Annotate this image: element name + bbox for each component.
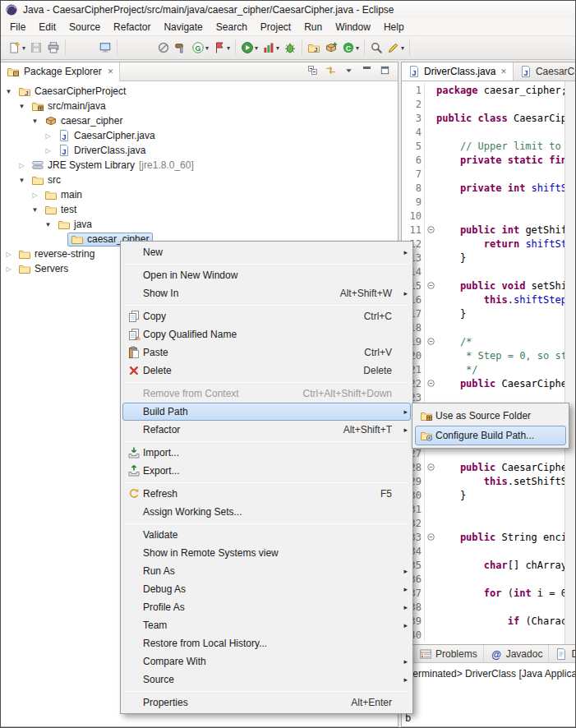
menu-item-build-path[interactable]: Build Path▸ [122, 403, 411, 421]
remote-systems-button[interactable] [97, 39, 113, 56]
svg-text:C: C [346, 44, 352, 53]
menu-item-show-in[interactable]: Show InAlt+Shift+W▸ [122, 284, 411, 302]
menu-item-copy-qualified-name[interactable]: abCopy Qualified Name [122, 325, 411, 343]
menubar-item-window[interactable]: Window [329, 20, 377, 35]
collapsed-arrow-icon[interactable]: ▷ [29, 191, 41, 199]
bottom-tab-javadoc[interactable]: @Javadoc [484, 645, 550, 663]
collapse-all-button[interactable] [306, 64, 321, 79]
menu-item-debug-as[interactable]: Debug As▸ [122, 580, 411, 598]
collapsed-arrow-icon[interactable]: ▷ [42, 132, 54, 140]
close-icon[interactable]: ✕ [500, 67, 507, 76]
link-with-editor-button[interactable] [325, 64, 339, 79]
tree-item-caesarcipher-java[interactable]: ▷JCaesarCipher.java [1, 128, 398, 143]
editor-tab-driverclass-java[interactable]: JDriverClass.java✕ [402, 62, 514, 81]
annotations-button[interactable]: ▾ [385, 39, 406, 56]
close-icon[interactable]: ✕ [108, 67, 114, 76]
editor-tab-caesarcipher-java[interactable]: JCaesarCipher.java [514, 62, 575, 81]
menubar-item-source[interactable]: Source [62, 20, 107, 35]
tree-item-main[interactable]: ▷main [1, 187, 398, 202]
tree-item-label: src/main/java [48, 100, 107, 112]
fold-marker-icon[interactable] [424, 376, 436, 390]
search-button[interactable] [368, 39, 385, 56]
menu-item-export[interactable]: Export... [122, 462, 411, 480]
code-line: 35 char[] chArray [402, 558, 564, 572]
new-java-project-button[interactable]: J [306, 39, 322, 56]
build-all-button[interactable] [173, 39, 189, 56]
tree-item-driverclass-java[interactable]: ▷JDriverClass.java [1, 143, 398, 158]
expanded-arrow-icon[interactable]: ▼ [16, 103, 28, 110]
submenu-item-use-as-source-folder[interactable]: Use as Source Folder [415, 406, 566, 426]
menubar-item-help[interactable]: Help [377, 20, 411, 35]
fold-ruler [424, 125, 436, 139]
menu-item-properties[interactable]: PropertiesAlt+Enter [122, 693, 411, 712]
profile-button[interactable]: ▾ [211, 39, 232, 56]
new-wizard-button[interactable]: ▾ [7, 39, 27, 56]
overview-ruler[interactable] [564, 81, 575, 644]
debug-button[interactable] [282, 39, 298, 56]
expanded-arrow-icon[interactable]: ▼ [2, 88, 15, 95]
menu-item-run-as[interactable]: Run As▸ [122, 562, 411, 580]
menu-item-validate[interactable]: Validate [122, 526, 411, 544]
bottom-tab-declaration[interactable]: Declaration [549, 645, 575, 663]
menu-item-refresh[interactable]: RefreshF5 [122, 485, 411, 503]
tree-item-test[interactable]: ▼test [1, 202, 398, 217]
tree-item-java[interactable]: ▼java [1, 217, 398, 232]
menu-item-new[interactable]: New▸ [122, 243, 411, 261]
tree-item-jre-system-library[interactable]: ▷JRE System Library [jre1.8.0_60] [1, 158, 398, 173]
menu-item-show-in-remote-systems-view[interactable]: Show in Remote Systems view [122, 544, 411, 562]
save-button[interactable] [28, 39, 44, 56]
menu-item-team[interactable]: Team▸ [122, 616, 411, 634]
expanded-arrow-icon[interactable]: ▼ [16, 177, 28, 184]
maximize-button[interactable] [379, 64, 394, 79]
fold-marker-icon[interactable] [424, 530, 436, 544]
remote-systems-icon [99, 41, 112, 54]
tree-item-src[interactable]: ▼src [1, 173, 398, 187]
fold-marker-icon[interactable] [424, 279, 436, 293]
menu-item-profile-as[interactable]: Profile As▸ [122, 598, 411, 616]
menu-item-compare-with[interactable]: Compare With▸ [122, 652, 411, 670]
skip-breakpoints-button[interactable] [155, 39, 172, 56]
expanded-arrow-icon[interactable]: ▼ [29, 117, 41, 125]
menubar-item-file[interactable]: File [3, 20, 32, 35]
collapsed-arrow-icon[interactable]: ▷ [2, 251, 15, 258]
menubar-item-refactor[interactable]: Refactor [107, 20, 157, 35]
tree-item-src-main-java[interactable]: ▼src/main/java [1, 99, 398, 113]
external-tools-button[interactable]: G▾ [190, 39, 210, 56]
collapsed-arrow-icon[interactable]: ▷ [2, 265, 15, 273]
menubar-item-search[interactable]: Search [210, 20, 254, 35]
collapsed-arrow-icon[interactable]: ▷ [16, 162, 28, 169]
code-editor[interactable]: 1package caesar_cipher;23public class Ca… [402, 81, 575, 644]
menubar-item-project[interactable]: Project [254, 20, 297, 35]
run-button[interactable]: ▾ [239, 39, 260, 56]
menu-item-assign-working-sets[interactable]: Assign Working Sets... [122, 503, 411, 521]
tree-item-caesar-cipher[interactable]: ▼caesar_cipher [1, 113, 398, 128]
collapsed-arrow-icon[interactable]: ▷ [42, 147, 54, 154]
menu-item-source[interactable]: Source▸ [122, 670, 411, 689]
new-package-button[interactable] [323, 39, 339, 56]
menu-item-import[interactable]: Import... [122, 444, 411, 462]
coverage-button[interactable]: ▾ [260, 39, 281, 56]
title-bar: Java - CaesarCipherProject/src/main/java… [1, 1, 575, 19]
fold-marker-icon[interactable] [424, 334, 436, 348]
new-class-button[interactable]: C▾ [340, 39, 361, 56]
tree-item-caesarcipherproject[interactable]: ▼JCaesarCipherProject [1, 84, 398, 99]
menu-item-copy[interactable]: CopyCtrl+C [122, 307, 411, 325]
print-button[interactable] [45, 39, 62, 56]
fold-marker-icon[interactable] [424, 460, 436, 474]
menu-item-refactor[interactable]: RefactorAlt+Shift+T▸ [122, 421, 411, 439]
view-menu-button[interactable] [343, 64, 357, 79]
menubar-item-run[interactable]: Run [297, 20, 329, 35]
minimize-button[interactable] [361, 64, 376, 79]
menu-item-delete[interactable]: DeleteDelete [122, 362, 411, 380]
menu-item-restore-from-local-history[interactable]: Restore from Local History... [122, 634, 411, 652]
menubar-item-edit[interactable]: Edit [32, 20, 62, 35]
expanded-arrow-icon[interactable]: ▼ [29, 206, 41, 214]
menu-item-open-in-new-window[interactable]: Open in New Window [122, 266, 411, 284]
fold-marker-icon[interactable] [424, 223, 436, 237]
menubar-item-navigate[interactable]: Navigate [157, 20, 209, 35]
bottom-tab-problems[interactable]: Problems [413, 645, 484, 663]
submenu-item-configure-build-path[interactable]: Configure Build Path... [415, 426, 566, 445]
expanded-arrow-icon[interactable]: ▼ [42, 221, 54, 228]
menu-item-paste[interactable]: PasteCtrl+V [122, 343, 411, 362]
package-explorer-view-tab[interactable]: Package Explorer ✕ [1, 62, 120, 81]
